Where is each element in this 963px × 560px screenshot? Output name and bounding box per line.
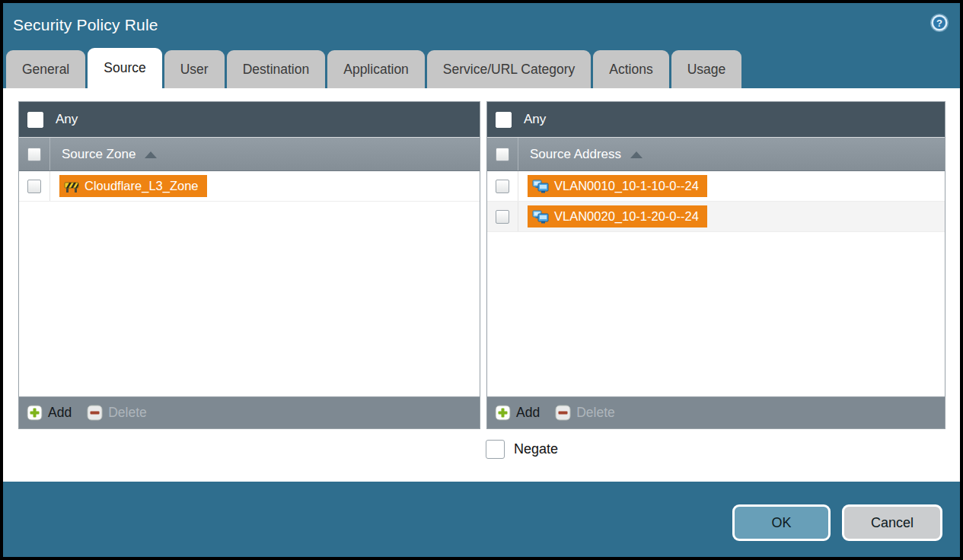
- address-value-chip[interactable]: VLAN0010_10-1-10-0--24: [528, 175, 707, 197]
- source-zone-any-checkbox[interactable]: [27, 112, 43, 128]
- source-address-any-label: Any: [524, 112, 546, 127]
- sort-ascending-icon: [630, 151, 643, 158]
- source-address-rows: VLAN0010_10-1-10-0--24: [487, 171, 945, 396]
- add-button[interactable]: Add: [495, 405, 540, 421]
- dialog-footer: OK Cancel: [3, 482, 960, 557]
- plus-icon: [27, 405, 43, 421]
- plus-icon: [495, 405, 511, 421]
- source-zone-column-header: Source Zone: [19, 138, 480, 171]
- source-address-panel-footer: Add Delete: [487, 396, 945, 428]
- source-address-any-bar: Any: [487, 102, 945, 138]
- delete-button: Delete: [555, 405, 615, 421]
- source-zone-panel-footer: Add Delete: [19, 396, 480, 428]
- minus-icon: [87, 405, 103, 421]
- tab-application[interactable]: Application: [327, 50, 425, 88]
- source-address-header[interactable]: Source Address: [518, 138, 643, 170]
- negate-checkbox[interactable]: [486, 440, 505, 459]
- tab-actions[interactable]: Actions: [593, 50, 668, 88]
- negate-control: Negate: [486, 440, 558, 459]
- table-row: VLAN0020_10-1-20-0--24: [487, 202, 945, 232]
- delete-button: Delete: [87, 405, 147, 421]
- ok-button[interactable]: OK: [732, 504, 831, 541]
- zone-value-chip[interactable]: Cloudflare_L3_Zone: [59, 175, 207, 197]
- minus-icon: [555, 405, 571, 421]
- source-zone-header[interactable]: Source Zone: [50, 138, 157, 170]
- source-zone-rows: Cloudflare_L3_Zone: [19, 171, 480, 396]
- row-checkbox[interactable]: [496, 210, 509, 224]
- tab-destination[interactable]: Destination: [227, 50, 326, 88]
- address-value-chip[interactable]: VLAN0020_10-1-20-0--24: [528, 205, 707, 228]
- tab-usage[interactable]: Usage: [671, 50, 742, 88]
- source-address-column-header: Source Address: [487, 138, 945, 171]
- source-zone-any-bar: Any: [19, 102, 480, 138]
- row-checkbox[interactable]: [496, 180, 509, 193]
- source-zone-any-label: Any: [56, 112, 78, 127]
- source-tab-content: Any Source Zone: [3, 88, 960, 482]
- source-address-panel: Any Source Address: [486, 101, 945, 429]
- negate-label: Negate: [514, 441, 558, 457]
- source-address-select-all-checkbox[interactable]: [496, 148, 509, 161]
- row-checkbox[interactable]: [27, 180, 41, 193]
- tab-source[interactable]: Source: [88, 48, 161, 88]
- address-name: VLAN0010_10-1-10-0--24: [554, 179, 699, 193]
- address-icon: [532, 179, 549, 194]
- sort-ascending-icon: [145, 151, 157, 158]
- cancel-button[interactable]: Cancel: [842, 504, 942, 541]
- address-icon: [532, 209, 549, 224]
- dialog-title: Security Policy Rule: [13, 16, 158, 34]
- titlebar: Security Policy Rule ?: [3, 3, 960, 47]
- security-policy-rule-dialog: Security Policy Rule ? General Source Us…: [3, 3, 960, 557]
- svg-text:?: ?: [936, 18, 942, 29]
- tab-general[interactable]: General: [6, 50, 85, 88]
- table-row: VLAN0010_10-1-10-0--24: [487, 171, 945, 202]
- add-button[interactable]: Add: [27, 405, 72, 421]
- source-address-any-checkbox[interactable]: [496, 112, 512, 128]
- table-row: Cloudflare_L3_Zone: [19, 171, 480, 202]
- tab-user[interactable]: User: [164, 50, 225, 88]
- tab-service-url-category[interactable]: Service/URL Category: [427, 50, 591, 88]
- address-name: VLAN0020_10-1-20-0--24: [554, 209, 699, 224]
- zone-name: Cloudflare_L3_Zone: [85, 179, 199, 193]
- zone-icon: [64, 179, 79, 194]
- source-zone-panel: Any Source Zone: [18, 101, 480, 429]
- source-zone-select-all-checkbox[interactable]: [27, 148, 41, 161]
- tab-bar: General Source User Destination Applicat…: [6, 50, 960, 88]
- help-icon[interactable]: ?: [928, 11, 951, 34]
